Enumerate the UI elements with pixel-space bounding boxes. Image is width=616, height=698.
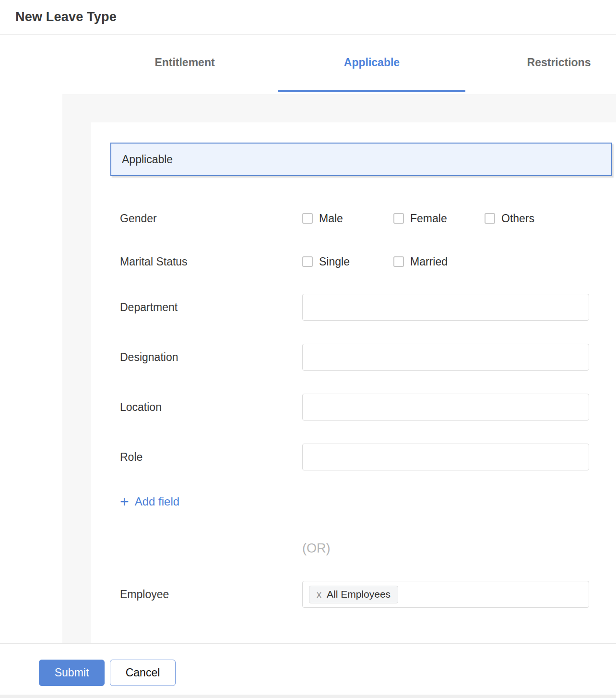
submit-button[interactable]: Submit [39, 660, 105, 686]
add-field-link[interactable]: + Add field [120, 493, 179, 510]
others-checkbox-label: Others [501, 212, 534, 225]
marital-option-married[interactable]: Married [393, 255, 485, 268]
add-field-label: Add field [135, 495, 179, 508]
male-checkbox-label: Male [319, 212, 343, 225]
form-card: Applicable Gender Male Female O [91, 122, 616, 643]
marital-status-row: Marital Status Single Married [110, 247, 616, 276]
female-checkbox[interactable] [393, 213, 404, 224]
gender-option-others[interactable]: Others [485, 212, 576, 225]
location-label: Location [120, 401, 302, 414]
gender-option-female[interactable]: Female [393, 212, 485, 225]
page: New Leave Type Entitlement Applicable Re… [0, 0, 616, 698]
married-checkbox-label: Married [410, 255, 448, 268]
or-separator-text: (OR) [302, 541, 330, 556]
employee-label: Employee [120, 588, 302, 601]
designation-label: Designation [120, 351, 302, 364]
married-checkbox[interactable] [393, 256, 404, 267]
designation-input[interactable] [302, 344, 589, 371]
role-input[interactable] [302, 444, 589, 470]
designation-row: Designation [110, 344, 616, 371]
others-checkbox[interactable] [485, 213, 495, 224]
gender-label: Gender [120, 212, 302, 225]
single-checkbox[interactable] [302, 256, 313, 267]
tab-entitlement[interactable]: Entitlement [91, 35, 278, 92]
male-checkbox[interactable] [302, 213, 313, 224]
location-row: Location [110, 394, 616, 421]
department-label: Department [120, 301, 302, 314]
tab-bar: Entitlement Applicable Restrictions [0, 35, 616, 94]
footer-actions: Submit Cancel [0, 643, 616, 695]
page-title: New Leave Type [15, 10, 117, 24]
tab-applicable[interactable]: Applicable [278, 35, 465, 92]
role-row: Role [110, 444, 616, 470]
section-header-label: Applicable [122, 153, 173, 166]
section-header-applicable: Applicable [110, 143, 612, 176]
department-input[interactable] [302, 294, 589, 321]
employee-row: Employee x All Employees [110, 581, 616, 608]
cancel-button[interactable]: Cancel [110, 660, 176, 686]
department-row: Department [110, 294, 616, 321]
marital-option-single[interactable]: Single [302, 255, 393, 268]
role-label: Role [120, 451, 302, 464]
marital-status-options: Single Married [302, 255, 589, 268]
female-checkbox-label: Female [410, 212, 447, 225]
chip-remove-icon[interactable]: x [317, 589, 321, 600]
employee-input[interactable]: x All Employees [302, 581, 589, 608]
single-checkbox-label: Single [319, 255, 350, 268]
bottom-strip [0, 695, 616, 698]
employee-chip-label: All Employees [327, 589, 391, 600]
content-area: Applicable Gender Male Female O [0, 94, 616, 643]
gender-options: Male Female Others [302, 212, 589, 225]
plus-icon: + [120, 494, 129, 509]
marital-status-label: Marital Status [120, 255, 302, 268]
employee-chip-all-employees: x All Employees [309, 586, 398, 603]
gender-option-male[interactable]: Male [302, 212, 393, 225]
location-input[interactable] [302, 394, 589, 421]
gender-row: Gender Male Female Others [110, 204, 616, 233]
window-header: New Leave Type [0, 0, 616, 35]
tab-restrictions[interactable]: Restrictions [465, 35, 616, 92]
